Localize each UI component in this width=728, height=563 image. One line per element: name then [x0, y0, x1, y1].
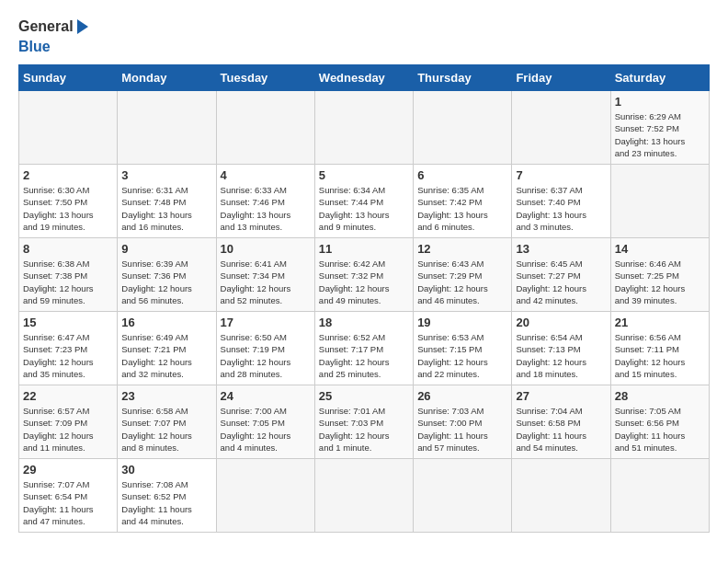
day-cell: 23Sunrise: 6:58 AM Sunset: 7:07 PM Dayli… [118, 385, 216, 459]
day-info: Sunrise: 6:58 AM Sunset: 7:07 PM Dayligh… [121, 405, 211, 454]
day-cell: 18Sunrise: 6:52 AM Sunset: 7:17 PM Dayli… [314, 312, 413, 385]
day-cell: 13Sunrise: 6:45 AM Sunset: 7:27 PM Dayli… [512, 238, 610, 312]
day-info: Sunrise: 6:30 AM Sunset: 7:50 PM Dayligh… [23, 184, 113, 233]
day-cell [19, 91, 118, 165]
day-number: 29 [23, 463, 113, 477]
day-cell [216, 459, 314, 533]
day-info: Sunrise: 6:49 AM Sunset: 7:21 PM Dayligh… [121, 331, 211, 380]
logo-blue: Blue [18, 39, 51, 55]
day-info: Sunrise: 6:43 AM Sunset: 7:29 PM Dayligh… [417, 258, 507, 306]
day-number: 9 [121, 242, 211, 256]
day-cell [314, 459, 413, 533]
col-header-saturday: Saturday [610, 65, 709, 91]
day-number: 10 [221, 242, 311, 256]
day-number: 28 [615, 389, 705, 403]
day-info: Sunrise: 7:07 AM Sunset: 6:54 PM Dayligh… [23, 478, 113, 527]
week-row-6: 29Sunrise: 7:07 AM Sunset: 6:54 PM Dayli… [19, 459, 710, 533]
day-info: Sunrise: 7:01 AM Sunset: 7:03 PM Dayligh… [319, 405, 409, 454]
calendar-table: SundayMondayTuesdayWednesdayThursdayFrid… [18, 64, 710, 533]
day-info: Sunrise: 6:34 AM Sunset: 7:44 PM Dayligh… [319, 184, 409, 233]
day-info: Sunrise: 7:04 AM Sunset: 6:58 PM Dayligh… [516, 405, 606, 454]
day-cell: 8Sunrise: 6:38 AM Sunset: 7:38 PM Daylig… [19, 238, 118, 312]
day-info: Sunrise: 6:56 AM Sunset: 7:11 PM Dayligh… [615, 331, 705, 380]
day-cell: 24Sunrise: 7:00 AM Sunset: 7:05 PM Dayli… [216, 385, 314, 459]
day-number: 24 [221, 389, 311, 403]
col-header-friday: Friday [512, 65, 610, 91]
day-number: 25 [319, 389, 409, 403]
col-header-monday: Monday [118, 65, 216, 91]
logo-wrap: General [18, 18, 88, 35]
week-row-2: 2Sunrise: 6:30 AM Sunset: 7:50 PM Daylig… [19, 165, 710, 238]
day-cell: 30Sunrise: 7:08 AM Sunset: 6:52 PM Dayli… [118, 459, 216, 533]
day-cell: 16Sunrise: 6:49 AM Sunset: 7:21 PM Dayli… [118, 312, 216, 385]
day-cell: 1Sunrise: 6:29 AM Sunset: 7:52 PM Daylig… [610, 91, 709, 165]
day-cell: 27Sunrise: 7:04 AM Sunset: 6:58 PM Dayli… [512, 385, 610, 459]
day-number: 6 [417, 168, 507, 182]
day-cell [216, 91, 314, 165]
day-number: 14 [615, 242, 705, 256]
day-info: Sunrise: 6:39 AM Sunset: 7:36 PM Dayligh… [121, 258, 211, 306]
day-cell: 11Sunrise: 6:42 AM Sunset: 7:32 PM Dayli… [314, 238, 413, 312]
page-header: General Blue [18, 18, 710, 55]
day-number: 26 [417, 389, 507, 403]
week-row-5: 22Sunrise: 6:57 AM Sunset: 7:09 PM Dayli… [19, 385, 710, 459]
day-number: 22 [23, 389, 113, 403]
day-cell: 25Sunrise: 7:01 AM Sunset: 7:03 PM Dayli… [314, 385, 413, 459]
day-number: 1 [615, 95, 705, 109]
day-number: 3 [121, 168, 211, 182]
logo-general: General [18, 18, 74, 35]
day-cell: 4Sunrise: 6:33 AM Sunset: 7:46 PM Daylig… [216, 165, 314, 238]
day-info: Sunrise: 6:52 AM Sunset: 7:17 PM Dayligh… [319, 331, 409, 380]
logo: General Blue [18, 18, 88, 55]
header-row: SundayMondayTuesdayWednesdayThursdayFrid… [19, 65, 710, 91]
day-cell: 26Sunrise: 7:03 AM Sunset: 7:00 PM Dayli… [414, 385, 512, 459]
day-cell: 10Sunrise: 6:41 AM Sunset: 7:34 PM Dayli… [216, 238, 314, 312]
day-cell: 29Sunrise: 7:07 AM Sunset: 6:54 PM Dayli… [19, 459, 118, 533]
day-number: 23 [121, 389, 211, 403]
day-info: Sunrise: 7:05 AM Sunset: 6:56 PM Dayligh… [615, 405, 705, 454]
day-cell [414, 91, 512, 165]
week-row-4: 15Sunrise: 6:47 AM Sunset: 7:23 PM Dayli… [19, 312, 710, 385]
day-number: 12 [417, 242, 507, 256]
day-info: Sunrise: 6:35 AM Sunset: 7:42 PM Dayligh… [417, 184, 507, 233]
day-number: 17 [221, 316, 311, 329]
col-header-wednesday: Wednesday [314, 65, 413, 91]
day-info: Sunrise: 6:53 AM Sunset: 7:15 PM Dayligh… [417, 331, 507, 380]
day-info: Sunrise: 6:33 AM Sunset: 7:46 PM Dayligh… [221, 184, 311, 233]
day-number: 4 [221, 168, 311, 182]
day-cell: 19Sunrise: 6:53 AM Sunset: 7:15 PM Dayli… [414, 312, 512, 385]
day-cell: 22Sunrise: 6:57 AM Sunset: 7:09 PM Dayli… [19, 385, 118, 459]
day-number: 7 [516, 168, 606, 182]
day-info: Sunrise: 6:45 AM Sunset: 7:27 PM Dayligh… [516, 258, 606, 306]
day-number: 16 [121, 316, 211, 329]
day-cell: 20Sunrise: 6:54 AM Sunset: 7:13 PM Dayli… [512, 312, 610, 385]
col-header-tuesday: Tuesday [216, 65, 314, 91]
day-cell: 12Sunrise: 6:43 AM Sunset: 7:29 PM Dayli… [414, 238, 512, 312]
day-info: Sunrise: 7:08 AM Sunset: 6:52 PM Dayligh… [121, 478, 211, 527]
col-header-thursday: Thursday [414, 65, 512, 91]
day-cell: 15Sunrise: 6:47 AM Sunset: 7:23 PM Dayli… [19, 312, 118, 385]
day-info: Sunrise: 6:50 AM Sunset: 7:19 PM Dayligh… [221, 331, 311, 380]
day-cell [414, 459, 512, 533]
day-number: 2 [23, 168, 113, 182]
day-number: 11 [319, 242, 409, 256]
day-number: 13 [516, 242, 606, 256]
day-info: Sunrise: 6:47 AM Sunset: 7:23 PM Dayligh… [23, 331, 113, 380]
day-cell: 3Sunrise: 6:31 AM Sunset: 7:48 PM Daylig… [118, 165, 216, 238]
day-info: Sunrise: 6:37 AM Sunset: 7:40 PM Dayligh… [516, 184, 606, 233]
day-info: Sunrise: 6:54 AM Sunset: 7:13 PM Dayligh… [516, 331, 606, 380]
day-cell: 28Sunrise: 7:05 AM Sunset: 6:56 PM Dayli… [610, 385, 709, 459]
day-number: 18 [319, 316, 409, 329]
day-info: Sunrise: 7:03 AM Sunset: 7:00 PM Dayligh… [417, 405, 507, 454]
day-number: 27 [516, 389, 606, 403]
day-info: Sunrise: 6:57 AM Sunset: 7:09 PM Dayligh… [23, 405, 113, 454]
day-cell [118, 91, 216, 165]
day-number: 5 [319, 168, 409, 182]
day-info: Sunrise: 6:42 AM Sunset: 7:32 PM Dayligh… [319, 258, 409, 306]
day-cell: 9Sunrise: 6:39 AM Sunset: 7:36 PM Daylig… [118, 238, 216, 312]
day-cell [610, 459, 709, 533]
day-info: Sunrise: 6:41 AM Sunset: 7:34 PM Dayligh… [221, 258, 311, 306]
day-number: 8 [23, 242, 113, 256]
week-row-3: 8Sunrise: 6:38 AM Sunset: 7:38 PM Daylig… [19, 238, 710, 312]
day-number: 19 [417, 316, 507, 329]
